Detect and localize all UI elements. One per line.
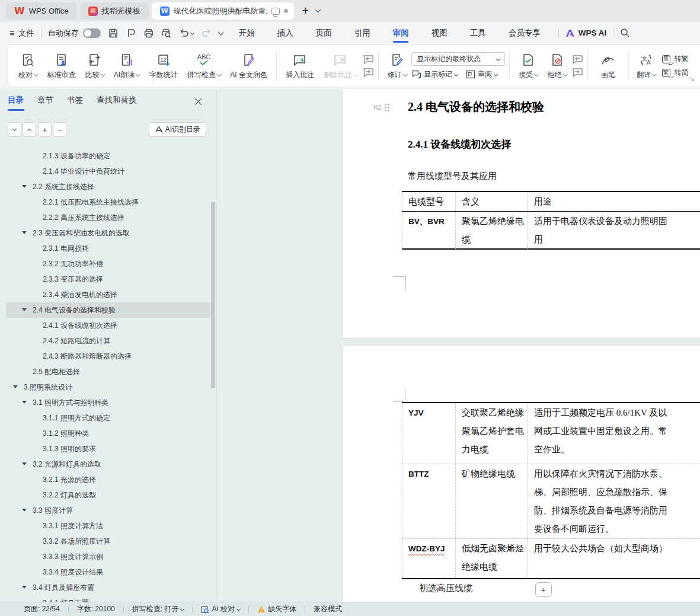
spell-check-status[interactable]: 拼写检查: 打开 — [132, 604, 184, 614]
toc-collapse-button[interactable] — [23, 122, 36, 137]
word-count-indicator[interactable]: 字数: 20100 — [77, 604, 115, 614]
toc-item[interactable]: 2.5 配电柜选择 — [6, 364, 210, 379]
toc-item[interactable]: 2.4 电气设备的选择和校验 — [6, 302, 210, 318]
app-tab-docer[interactable]: 稻 找稻壳模板 — [80, 2, 149, 20]
autosave-toggle[interactable] — [83, 28, 101, 38]
toc-item[interactable]: 3.1.2 照明种类 — [6, 426, 210, 441]
toc-item[interactable]: 3.3.4 照度设计结果 — [6, 564, 210, 580]
menu-item-页面[interactable]: 页面 — [305, 22, 343, 44]
collapse-triangle-icon[interactable] — [22, 231, 27, 234]
file-menu[interactable]: 文件 — [18, 28, 34, 39]
spell-check-button[interactable]: ABC 拼写检查 — [183, 49, 226, 83]
new-tab-button[interactable]: + — [302, 4, 309, 18]
export-pdf-icon[interactable] — [126, 28, 136, 39]
toc-item[interactable]: 3.1.1 照明方式的确定 — [6, 410, 210, 426]
prev-change-icon[interactable] — [571, 55, 583, 65]
subsection-heading[interactable]: 2.4.1 设备线缆初次选择 — [408, 138, 511, 151]
toc-item[interactable]: 2.1.4 毕业设计中负荷统计 — [6, 164, 210, 179]
pen-button[interactable]: 画笔 — [592, 49, 624, 83]
translate-button[interactable]: 文A 翻译 — [633, 49, 660, 83]
next-comment-icon[interactable] — [362, 68, 374, 78]
print-icon[interactable] — [143, 28, 154, 39]
comment-bubble-icon[interactable] — [271, 8, 280, 15]
toc-item[interactable]: 3.1 照明方式与照明种类 — [6, 395, 210, 410]
standard-review-button[interactable]: 标准审查 — [43, 49, 81, 83]
collapse-triangle-icon[interactable] — [22, 586, 27, 589]
print-preview-icon[interactable] — [161, 28, 172, 39]
tab-list-chevron-icon[interactable] — [315, 7, 321, 13]
sidebar-close-icon[interactable] — [194, 98, 202, 106]
table-header-cell[interactable]: 用途 — [528, 192, 700, 211]
toc-item[interactable]: 2.3.2 无功功率补偿 — [6, 256, 210, 272]
toc-item[interactable]: 2.3.3 变压器的选择 — [6, 272, 210, 287]
sidebar-tab-书签[interactable]: 书签 — [67, 95, 83, 111]
app-tab-wps-office[interactable]: W WPS Office — [6, 2, 77, 20]
drag-handle-icon[interactable] — [385, 104, 389, 111]
table-cell[interactable]: 用以保障在火灾情况下消防水泵、梯、局部照明、应急疏散指示、保防、排烟系统及自备电… — [528, 464, 700, 538]
hamburger-icon[interactable]: ≡ — [9, 28, 15, 38]
compat-mode-indicator[interactable]: 兼容模式 — [314, 604, 342, 614]
ai-read-button[interactable]: AI朗读 — [109, 49, 145, 83]
traditional-to-simplified-button[interactable]: 繁转简 — [662, 68, 689, 78]
table-cell[interactable]: 矿物绝缘电缆 — [455, 464, 528, 538]
document-tab[interactable]: W 现代化医院照明供配电防雷及 — [152, 2, 294, 20]
toc-item[interactable]: 3.1.3 照明的要求 — [6, 441, 210, 457]
track-changes-button[interactable]: 修订 — [383, 49, 412, 83]
collapse-triangle-icon[interactable] — [13, 385, 18, 388]
table-cell[interactable]: 适用于电器仪表设备及动力照明固用 — [528, 212, 700, 249]
table-cell[interactable]: WDZ-BYJ — [402, 539, 455, 578]
table-cell[interactable]: 用于较大公共场合（如大型商场） — [528, 539, 700, 578]
ai-polish-button[interactable]: AI 全文润色 — [225, 49, 272, 83]
collapse-triangle-icon[interactable] — [22, 185, 27, 188]
simplified-to-traditional-button[interactable]: 简转繁 — [662, 54, 689, 64]
undo-caret-icon[interactable] — [190, 31, 194, 35]
toc-item[interactable]: 2.2 系统主接线选择 — [6, 179, 210, 194]
document-area[interactable]: H2 2.4 电气设备的选择和校验 2.4.1 设备线缆初次选择 常用线缆型号及… — [218, 89, 700, 602]
dialog-expand-icon[interactable] — [690, 77, 695, 82]
table-cell[interactable]: BTTZ — [402, 464, 455, 538]
toc-item[interactable]: 3.照明系统设计 — [6, 379, 210, 395]
reject-button[interactable]: 拒绝 — [543, 49, 572, 83]
next-change-icon[interactable] — [571, 68, 583, 78]
toc-item[interactable]: 3.2.2 灯具的选型 — [6, 487, 210, 503]
table-cell[interactable]: YJV — [402, 403, 455, 464]
menu-item-工具[interactable]: 工具 — [459, 22, 497, 44]
cable-table-part2[interactable]: YJV交联聚乙烯绝缘聚氯乙烯护套电力电缆适用于工频额定电压 0.6/1KV 及以… — [402, 402, 700, 579]
markup-state-select[interactable]: 显示标记的最终状态 — [411, 52, 505, 66]
proofread-button[interactable]: 校对 — [14, 49, 43, 83]
toc-item[interactable]: 2.4.3 断路器和熔断器的选择 — [6, 349, 210, 364]
menu-item-视图[interactable]: 视图 — [420, 22, 459, 44]
table-cell[interactable]: 交联聚乙烯绝缘聚氯乙烯护套电力电缆 — [455, 403, 528, 464]
add-row-button[interactable]: + — [535, 582, 552, 597]
search-icon[interactable] — [620, 28, 630, 38]
toc-item[interactable]: 3.3 照度计算 — [6, 503, 210, 518]
toc-item[interactable]: 2.3.1 电网损耗 — [6, 241, 210, 256]
toc-item[interactable]: 2.4.1 设备线缆初次选择 — [6, 318, 210, 333]
word-count-button[interactable]: 12 字数统计 — [145, 49, 183, 83]
insert-comment-button[interactable]: 插入批注 — [281, 49, 319, 83]
accept-button[interactable]: 接受 — [514, 49, 543, 83]
section-heading[interactable]: 2.4 电气设备的选择和校验 — [408, 99, 544, 115]
ai-recognize-toc-button[interactable]: AI识别目录 — [149, 122, 206, 137]
hv-cable-label[interactable]: 初选高压线缆 — [419, 583, 472, 594]
collapse-triangle-icon[interactable] — [22, 462, 27, 465]
toc-item[interactable]: 3.3.1 照度计算方法 — [6, 518, 210, 534]
table-cell[interactable]: 适用于工频额定电压 0.6/1KV 及以网或工业装置中固定敷设之用。常空作业。 — [528, 403, 700, 464]
toc-item[interactable]: 2.2.2 高压系统主接线选择 — [6, 210, 210, 225]
compare-button[interactable]: 比较 — [81, 49, 110, 83]
toc-item[interactable]: 3.2 光源和灯具的选取 — [6, 457, 210, 472]
page-indicator[interactable]: 页面: 22/54 — [24, 604, 60, 614]
missing-font-warning[interactable]: 缺失字体 — [257, 604, 296, 614]
heading-level-badge[interactable]: H2 — [373, 104, 389, 111]
table-header-cell[interactable]: 电缆型号 — [402, 192, 455, 211]
toc-item[interactable]: 2.4.2 短路电流的计算 — [6, 333, 210, 349]
toc-item[interactable]: 3.4 灯具及插座布置 — [6, 580, 210, 595]
toc-zoom-out-button[interactable]: − — [53, 122, 66, 137]
sidebar-tab-查找和替换[interactable]: 查找和替换 — [97, 95, 137, 111]
toc-item[interactable]: 2.1.3 设备功率的确定 — [6, 148, 210, 164]
toc-item[interactable]: 3.3.2 各场所照度计算 — [6, 534, 210, 549]
table-cell[interactable]: BV、BVR — [402, 212, 455, 249]
table-cell[interactable]: 低烟无卤聚烯烃绝缘电缆 — [455, 539, 528, 578]
wps-ai-menu[interactable]: WPS AI — [565, 28, 607, 37]
toc-item[interactable]: 2.3 变压器和柴油发电机的选取 — [6, 225, 210, 241]
